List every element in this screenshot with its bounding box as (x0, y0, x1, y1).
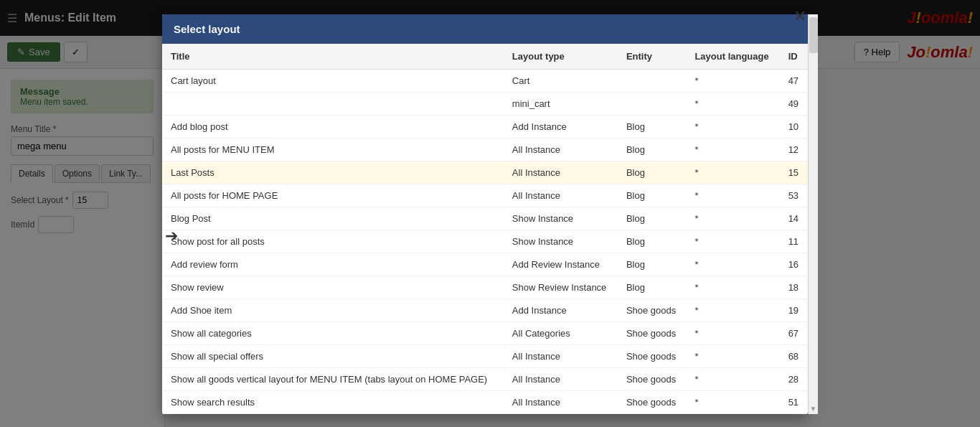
layout-table: Title Layout type Entity Layout language… (162, 44, 808, 414)
table-row[interactable]: Show all special offersAll InstanceShoe … (162, 345, 808, 368)
table-row[interactable]: Blog PostShow InstanceBlog*14 (162, 207, 808, 230)
col-language: Layout language (686, 44, 779, 70)
table-row[interactable]: Add review formAdd Review InstanceBlog*1… (162, 253, 808, 276)
table-row[interactable]: Last PostsAll InstanceBlog*15 (162, 161, 808, 184)
table-row[interactable]: All posts for HOME PAGEAll InstanceBlog*… (162, 184, 808, 207)
table-row[interactable]: Add blog postAdd InstanceBlog*10 (162, 116, 808, 139)
modal-overlay: Select layout Title Layout type Entity L… (0, 0, 980, 427)
table-row[interactable]: Show reviewShow Review InstanceBlog*18 (162, 276, 808, 299)
table-row[interactable]: All posts for MENU ITEMAll InstanceBlog*… (162, 139, 808, 161)
table-row[interactable]: mini_cart*49 (162, 93, 808, 116)
background-page: ☰ Menus: Edit Item J!oomla! ✎ Save ✓ ? H… (0, 0, 980, 427)
col-entity: Entity (618, 44, 687, 70)
col-layout-type: Layout type (504, 44, 618, 70)
modal: Select layout Title Layout type Entity L… (162, 14, 808, 414)
scrollbar[interactable]: ▼ (808, 14, 818, 414)
scrollbar-thumb (809, 17, 818, 53)
arrow-annotation: ➔ (165, 227, 178, 245)
modal-wrapper: Select layout Title Layout type Entity L… (162, 14, 818, 414)
table-row[interactable]: Show all categoriesAll CategoriesShoe go… (162, 322, 808, 345)
table-row[interactable]: Show all goods vertical layout for MENU … (162, 368, 808, 391)
table-row[interactable]: Show post for all postsShow InstanceBlog… (162, 230, 808, 253)
modal-header: Select layout (162, 14, 808, 44)
modal-close-button[interactable]: ✕ (793, 7, 806, 26)
table-row[interactable]: Add Shoe itemAdd InstanceShoe goods*19 (162, 299, 808, 322)
table-row[interactable]: Cart layoutCart*47 (162, 70, 808, 93)
col-title: Title (162, 44, 504, 70)
modal-body[interactable]: Title Layout type Entity Layout language… (162, 44, 808, 414)
table-header-row: Title Layout type Entity Layout language… (162, 44, 808, 70)
table-row[interactable]: Show search resultsAll InstanceShoe good… (162, 391, 808, 414)
scroll-down-arrow: ▼ (809, 405, 818, 413)
col-id: ID (780, 44, 808, 70)
